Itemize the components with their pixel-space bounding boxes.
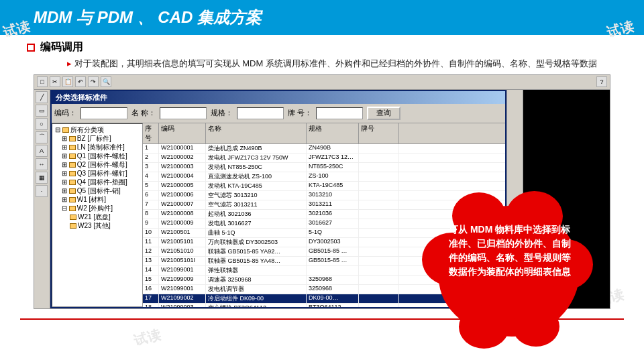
cad-window: □ ✂ 📋 ↶ ↷ 🔍 ? ╱ ▭ ○ ⌒ A ↔ ▦ · 分类选择标准件 (34, 74, 610, 309)
toolbar-button[interactable]: □ (37, 76, 48, 87)
slide-content: 编码调用 对于装配图，其明细表信息的填写可实现从 MDM 系统调用标准件、外购件… (0, 35, 644, 314)
spec-input[interactable] (237, 107, 284, 119)
label-code: 编码： (54, 108, 76, 118)
callout-cloud: 可从 MDM 物料库中选择到标准件、已归档的外协件、自制件的编码、名称、型号规则… (439, 206, 580, 337)
section-heading: 编码调用 (27, 40, 617, 54)
toolbar-button[interactable]: ↶ (75, 76, 86, 87)
label-spec: 规格： (211, 108, 233, 118)
grid-header: 序号 编码 名称 规格 牌号 (143, 123, 505, 144)
tree-item[interactable]: ⊟ W2 [外购件] (54, 204, 141, 213)
tree-item[interactable]: ⊞ Q3 [国标件-螺钉] (54, 169, 141, 178)
code-input[interactable] (80, 107, 127, 119)
tree-item[interactable]: W23 [其他] (54, 221, 141, 230)
toolbar-button[interactable]: ? (596, 76, 607, 87)
label-brand: 牌 号： (288, 108, 312, 118)
tree-item[interactable]: ⊞ W1 [材料] (54, 195, 141, 204)
tool-line-icon[interactable]: ╱ (36, 91, 48, 103)
label-name: 名 称： (131, 108, 156, 118)
tool-point-icon[interactable]: · (36, 185, 48, 197)
callout-text: 可从 MDM 物料库中选择到标准件、已归档的外协件、自制件的编码、名称、型号规则… (449, 223, 573, 279)
cad-toolbar-left: ╱ ▭ ○ ⌒ A ↔ ▦ · (34, 90, 50, 308)
tool-text-icon[interactable]: A (36, 145, 48, 157)
toolbar-button[interactable]: 🔍 (101, 76, 111, 87)
tree-item[interactable]: ⊞ Q2 [国标件-螺母] (54, 160, 141, 169)
table-row[interactable]: 4W21000004直流测速发动机 ZS-100ZS-100 (143, 172, 505, 182)
query-button[interactable]: 查询 (367, 107, 400, 120)
table-row[interactable]: 1W21000001柴油机总成 ZN490BZN490B (143, 144, 505, 154)
tree-item[interactable]: W21 [底盘] (54, 213, 141, 221)
brand-input[interactable] (316, 107, 363, 119)
toolbar-button[interactable]: 📋 (62, 76, 73, 87)
section-title: 编码调用 (40, 40, 83, 54)
table-row[interactable]: 3W21000003发动机 NT855-250CNT855-250C (143, 163, 505, 172)
tree-item[interactable]: ⊞ Q4 [国标件-垫圈] (54, 178, 141, 186)
tool-arc-icon[interactable]: ⌒ (36, 131, 48, 143)
tool-circle-icon[interactable]: ○ (36, 118, 48, 130)
tree-root[interactable]: ⊟ 所有分类项 (54, 125, 141, 134)
tool-hatch-icon[interactable]: ▦ (36, 172, 48, 184)
cad-toolbar-top: □ ✂ 📋 ↶ ↷ 🔍 ? (34, 75, 610, 90)
category-tree[interactable]: ⊟ 所有分类项 ⊞ BZ [厂标件]⊞ LN [英制标准件]⊞ Q1 [国标件-… (52, 123, 143, 307)
tool-rect-icon[interactable]: ▭ (36, 105, 48, 117)
section-description: 对于装配图，其明细表信息的填写可实现从 MDM 系统调用标准件、外购件和已经归档… (67, 57, 617, 70)
table-row[interactable]: 2W21000002发电机 JFWZ17C3 12V 750WJFWZ17C3 … (143, 154, 505, 163)
slide-title: MDM 与 PDM 、 CAD 集成方案 (34, 8, 262, 26)
dialog-search-bar: 编码： 名 称： 规格： 牌 号： 查询 (52, 104, 505, 123)
table-row[interactable]: 6W21000006空气滤芯 30132103013210 (143, 191, 505, 200)
dialog-title: 分类选择标准件 (52, 91, 505, 104)
name-input[interactable] (160, 107, 207, 119)
tree-item[interactable]: ⊞ Q1 [国标件-螺栓] (54, 152, 141, 160)
toolbar-button[interactable]: ✂ (50, 76, 60, 87)
bullet-icon (27, 44, 35, 52)
watermark: 试读 (132, 325, 163, 349)
tree-item[interactable]: ⊞ Q5 [国标件-销] (54, 186, 141, 195)
tool-dim-icon[interactable]: ↔ (36, 158, 48, 170)
tree-item[interactable]: ⊞ LN [英制标准件] (54, 143, 141, 152)
tree-item[interactable]: ⊞ BZ [厂标件] (54, 134, 141, 143)
table-row[interactable]: 5W21000005发动机 KTA-19C485KTA-19C485 (143, 182, 505, 191)
toolbar-button[interactable]: ↷ (88, 76, 99, 87)
slide-title-bar: MDM 与 PDM 、 CAD 集成方案 (0, 0, 644, 35)
